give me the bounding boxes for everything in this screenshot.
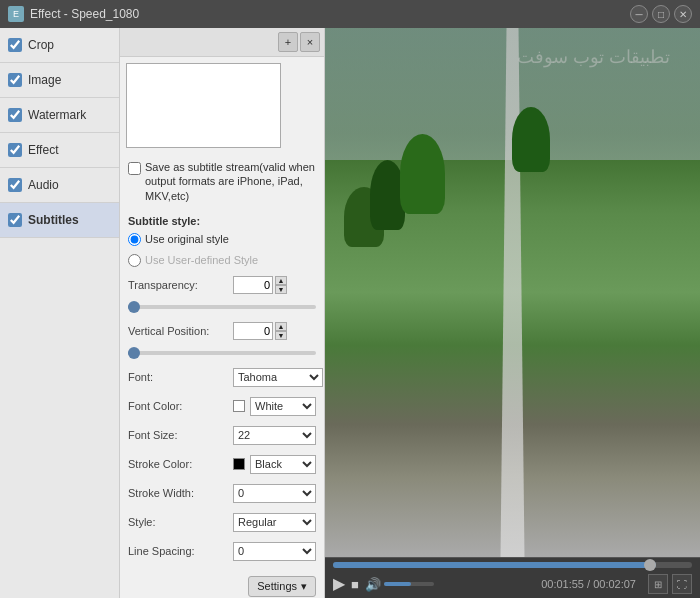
font-size-label: Font Size: — [128, 429, 233, 441]
subtitles-label: Subtitles — [28, 213, 79, 227]
subtitle-preview — [126, 63, 281, 148]
volume-row: 🔊 — [365, 578, 434, 591]
settings-button[interactable]: Settings ▾ — [248, 576, 316, 597]
tree-4 — [512, 107, 550, 172]
radio-userdefined-row: Use User-defined Style — [128, 254, 316, 267]
sidebar-item-audio[interactable]: Audio — [0, 168, 119, 203]
style-select[interactable]: Regular Bold Italic — [233, 513, 316, 532]
font-control: Tahoma Arial Times New Roman — [233, 368, 323, 387]
line-spacing-control: 0 1 2 — [233, 542, 316, 561]
font-row: Font: Tahoma Arial Times New Roman — [128, 368, 316, 387]
seek-bar[interactable] — [333, 562, 692, 568]
settings-row: Settings ▾ — [120, 570, 324, 598]
transparency-down[interactable]: ▼ — [275, 285, 287, 294]
seek-fill — [333, 562, 656, 568]
save-stream-label: Save as subtitle stream(valid when outpu… — [145, 160, 316, 203]
app-icon: E — [8, 6, 24, 22]
save-stream-row: Save as subtitle stream(valid when outpu… — [128, 160, 316, 203]
volume-bar[interactable] — [384, 582, 434, 586]
controls-row: ▶ ■ 🔊 00:01:55 / 00:02:07 ⊞ ⛶ — [333, 574, 692, 594]
video-watermark: تطبيقات توب سوفت — [517, 46, 670, 68]
center-panel: + × Save as subtitle stream(valid when o… — [120, 28, 325, 598]
image-checkbox[interactable] — [8, 73, 22, 87]
radio-original-label: Use original style — [145, 233, 229, 245]
minimize-btn[interactable]: ─ — [630, 5, 648, 23]
transparency-control: ▲ ▼ — [233, 276, 316, 294]
vertical-position-slider-track[interactable] — [128, 351, 316, 355]
transparency-row: Transparency: ▲ ▼ — [128, 276, 316, 294]
save-stream-checkbox[interactable] — [128, 162, 141, 175]
stroke-color-row: Stroke Color: Black White Red — [128, 455, 316, 474]
vertical-position-row: Vertical Position: ▲ ▼ — [128, 322, 316, 340]
total-time: 00:02:07 — [593, 578, 636, 590]
vertical-position-label: Vertical Position: — [128, 325, 233, 337]
stroke-color-swatch[interactable] — [233, 458, 245, 470]
transparency-slider-row — [128, 303, 316, 309]
radio-original-row: Use original style — [128, 233, 316, 246]
stroke-width-select[interactable]: 0 1 2 — [233, 484, 316, 503]
transparency-up[interactable]: ▲ — [275, 276, 287, 285]
stop-btn[interactable]: ■ — [351, 578, 359, 591]
volume-fill — [384, 582, 412, 586]
vertical-position-spinner: ▲ ▼ — [275, 322, 287, 340]
sidebar-item-watermark[interactable]: Watermark — [0, 98, 119, 133]
stroke-width-control: 0 1 2 — [233, 484, 316, 503]
center-top-bar: + × — [120, 28, 324, 57]
subtitles-checkbox[interactable] — [8, 213, 22, 227]
transparency-label: Transparency: — [128, 279, 233, 291]
watermark-checkbox[interactable] — [8, 108, 22, 122]
vertical-position-up[interactable]: ▲ — [275, 322, 287, 331]
style-label: Style: — [128, 516, 233, 528]
play-btn[interactable]: ▶ — [333, 576, 345, 592]
transparency-input[interactable] — [233, 276, 273, 294]
radio-userdefined[interactable] — [128, 254, 141, 267]
effect-checkbox[interactable] — [8, 143, 22, 157]
subtitle-style-label: Subtitle style: — [128, 215, 316, 227]
font-size-control: 22 18 24 28 32 — [233, 426, 316, 445]
transparency-slider-track[interactable] — [128, 305, 316, 309]
font-color-select[interactable]: White Black Red — [250, 397, 316, 416]
vertical-position-down[interactable]: ▼ — [275, 331, 287, 340]
add-subtitle-btn[interactable]: + — [278, 32, 298, 52]
fullscreen-btn[interactable]: ⛶ — [672, 574, 692, 594]
video-frame — [325, 28, 700, 557]
view-buttons: ⊞ ⛶ — [648, 574, 692, 594]
vertical-position-slider-thumb[interactable] — [128, 347, 140, 359]
transparency-slider-thumb[interactable] — [128, 301, 140, 313]
subtitle-settings: Save as subtitle stream(valid when outpu… — [120, 154, 324, 570]
stroke-width-row: Stroke Width: 0 1 2 — [128, 484, 316, 503]
sidebar-item-effect[interactable]: Effect — [0, 133, 119, 168]
radio-original[interactable] — [128, 233, 141, 246]
split-view-btn[interactable]: ⊞ — [648, 574, 668, 594]
radio-userdefined-label: Use User-defined Style — [145, 254, 258, 266]
crop-checkbox[interactable] — [8, 38, 22, 52]
video-panel: تطبيقات توب سوفت ▶ ■ 🔊 00:01:55 / — [325, 28, 700, 598]
transparency-spinner: ▲ ▼ — [275, 276, 287, 294]
sidebar-item-image[interactable]: Image — [0, 63, 119, 98]
vertical-position-control: ▲ ▼ — [233, 322, 316, 340]
audio-checkbox[interactable] — [8, 178, 22, 192]
font-select[interactable]: Tahoma Arial Times New Roman — [233, 368, 323, 387]
sidebar-item-crop[interactable]: Crop — [0, 28, 119, 63]
font-color-control: White Black Red — [233, 397, 316, 416]
line-spacing-row: Line Spacing: 0 1 2 — [128, 542, 316, 561]
line-spacing-label: Line Spacing: — [128, 545, 233, 557]
font-color-swatch[interactable] — [233, 400, 245, 412]
vertical-position-input[interactable] — [233, 322, 273, 340]
main-layout: Crop Image Watermark Effect Audio Subtit… — [0, 28, 700, 598]
sidebar-item-subtitles[interactable]: Subtitles — [0, 203, 119, 238]
stroke-color-control: Black White Red — [233, 455, 316, 474]
current-time: 00:01:55 — [541, 578, 584, 590]
stroke-color-select[interactable]: Black White Red — [250, 455, 316, 474]
remove-subtitle-btn[interactable]: × — [300, 32, 320, 52]
window-title: Effect - Speed_1080 — [30, 7, 630, 21]
maximize-btn[interactable]: □ — [652, 5, 670, 23]
volume-btn[interactable]: 🔊 — [365, 578, 381, 591]
seek-thumb[interactable] — [644, 559, 656, 571]
vertical-position-slider-row — [128, 349, 316, 355]
crop-label: Crop — [28, 38, 54, 52]
line-spacing-select[interactable]: 0 1 2 — [233, 542, 316, 561]
settings-dropdown-icon: ▾ — [301, 580, 307, 593]
close-btn[interactable]: ✕ — [674, 5, 692, 23]
font-size-select[interactable]: 22 18 24 28 32 — [233, 426, 316, 445]
